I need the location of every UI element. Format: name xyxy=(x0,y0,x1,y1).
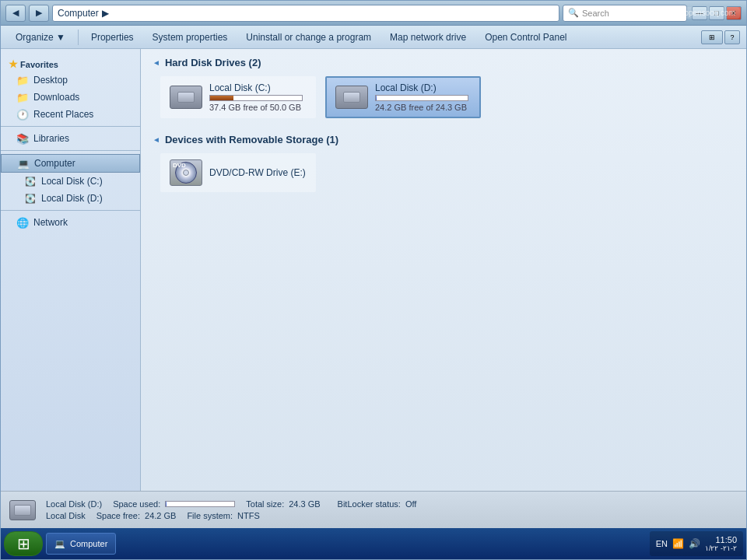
status-bitlocker-value: Off xyxy=(405,499,416,509)
sidebar-item-network[interactable]: 🌐 Network xyxy=(1,214,140,231)
sidebar-item-computer[interactable]: 💻 Computer xyxy=(1,154,140,173)
toolbar: Organize ▼ Properties System properties … xyxy=(1,26,746,49)
drive-d-name: Local Disk (D:) xyxy=(375,82,468,93)
view-options-button[interactable]: ⊞ xyxy=(701,30,723,44)
tray-volume-icon: 🔊 xyxy=(689,538,700,549)
maximize-button[interactable]: □ xyxy=(709,6,724,20)
start-button[interactable]: ⊞ xyxy=(4,531,43,556)
main-window: ◀ ▶ Computer ▶ 🔍 Search — □ ✕ Organize ▼… xyxy=(0,0,747,560)
drive-c-progress-fill xyxy=(210,96,233,100)
taskbar-comp-icon: 💻 xyxy=(54,539,65,549)
recent-places-icon: 🕐 xyxy=(16,108,29,121)
sidebar-divider-1 xyxy=(1,126,140,127)
sidebar-network-section: 🌐 Network xyxy=(1,214,140,231)
uninstall-button[interactable]: Uninstall or change a program xyxy=(237,28,380,47)
drive-c-item[interactable]: Local Disk (C:) 37.4 GB free of 50.0 GB xyxy=(160,76,316,118)
dvd-shape: DVD xyxy=(170,159,202,186)
dvd-drive-name: DVD/CD-RW Drive (E:) xyxy=(209,167,306,178)
removable-title-text: Devices with Removable Storage (1) xyxy=(165,134,338,145)
status-progress-fill xyxy=(166,502,167,506)
breadcrumb[interactable]: Computer ▶ xyxy=(52,5,559,22)
drive-d-info: Local Disk (D:) 24.2 GB free of 24.3 GB xyxy=(375,82,468,112)
forward-button[interactable]: ▶ xyxy=(29,5,49,22)
status-details: Local Disk (D:) Space used: Total size: … xyxy=(46,499,738,520)
sidebar-favorites-header[interactable]: ★ Favorites xyxy=(1,55,140,72)
map-network-button[interactable]: Map network drive xyxy=(381,28,475,47)
status-drive-type: Local Disk xyxy=(46,511,86,520)
control-panel-button[interactable]: Open Control Panel xyxy=(476,28,575,47)
drive-c-info: Local Disk (C:) 37.4 GB free of 50.0 GB xyxy=(209,82,303,112)
local-disk-c-icon: 💽 xyxy=(24,175,37,187)
search-icon: 🔍 xyxy=(568,8,579,18)
sidebar-item-downloads[interactable]: 📁 Downloads xyxy=(1,89,140,106)
sidebar-item-local-disk-c[interactable]: 💽 Local Disk (C:) xyxy=(1,173,140,190)
main-area: ★ Favorites 📁 Desktop 📁 Downloads 🕐 Rece… xyxy=(1,49,746,491)
windows-logo-icon: ⊞ xyxy=(17,534,30,553)
sidebar-item-local-disk-d[interactable]: 💽 Local Disk (D:) xyxy=(1,190,140,207)
status-drive-name: Local Disk (D:) xyxy=(46,499,102,509)
sidebar-divider-2 xyxy=(1,150,140,151)
status-space-used-label: Space used: xyxy=(113,499,160,509)
taskbar: ⊞ 💻 Computer EN 📶 🔊 11:50 ٢-٢١- ١/٢٢ xyxy=(1,528,746,559)
dvd-label-text: DVD xyxy=(173,162,186,169)
search-bar[interactable]: 🔍 Search xyxy=(563,5,687,22)
drive-d-space: 24.2 GB free of 24.3 GB xyxy=(375,103,468,112)
taskbar-window-label: Computer xyxy=(70,539,107,548)
status-hdd-shape xyxy=(9,500,36,520)
local-disk-d-label: Local Disk (D:) xyxy=(41,193,103,204)
title-bar: ◀ ▶ Computer ▶ 🔍 Search — □ ✕ xyxy=(1,1,746,26)
dvd-drive-item[interactable]: DVD DVD/CD-RW Drive (E:) xyxy=(160,153,316,192)
drive-d-hdd-shape xyxy=(335,86,368,109)
sidebar-item-desktop[interactable]: 📁 Desktop xyxy=(1,72,140,89)
window-controls: — □ ✕ xyxy=(692,6,742,20)
properties-button[interactable]: Properties xyxy=(82,28,142,47)
system-properties-button[interactable]: System properties xyxy=(144,28,237,47)
content-area: Hard Disk Drives (2) Local Disk (C:) 37.… xyxy=(141,49,746,491)
hard-disk-title-text: Hard Disk Drives (2) xyxy=(165,57,261,68)
minimize-button[interactable]: — xyxy=(692,6,707,20)
sidebar-computer-section: 💻 Computer 💽 Local Disk (C:) 💽 Local Dis… xyxy=(1,154,140,207)
sidebar-item-libraries[interactable]: 📚 Libraries xyxy=(1,130,140,147)
title-bar-left: ◀ ▶ Computer ▶ 🔍 Search xyxy=(5,5,687,22)
status-drive-icon xyxy=(9,496,37,524)
downloads-folder-icon: 📁 xyxy=(16,91,29,103)
hard-disk-section-title: Hard Disk Drives (2) xyxy=(153,57,735,68)
tray-date: ٢-٢١- ١/٢٢ xyxy=(705,544,737,552)
drive-d-item[interactable]: Local Disk (D:) 24.2 GB free of 24.3 GB xyxy=(325,76,481,118)
status-row-1: Local Disk (D:) Space used: Total size: … xyxy=(46,499,738,509)
computer-label: Computer xyxy=(34,158,75,169)
downloads-label: Downloads xyxy=(33,92,79,103)
drives-grid: Local Disk (C:) 37.4 GB free of 50.0 GB … xyxy=(153,76,735,118)
removable-section-title: Devices with Removable Storage (1) xyxy=(153,134,735,145)
drive-c-name: Local Disk (C:) xyxy=(209,82,303,93)
network-icon: 🌐 xyxy=(16,216,29,229)
sidebar-libraries-section: 📚 Libraries xyxy=(1,130,140,147)
status-total-size-value: 24.3 GB xyxy=(289,499,320,509)
libraries-label: Libraries xyxy=(33,133,69,144)
tray-time-block: 11:50 ٢-٢١- ١/٢٢ xyxy=(705,535,737,552)
drive-c-hdd-shape xyxy=(170,86,202,109)
system-tray: EN 📶 🔊 11:50 ٢-٢١- ١/٢٢ xyxy=(650,531,743,556)
sidebar-divider-3 xyxy=(1,210,140,211)
back-button[interactable]: ◀ xyxy=(5,5,26,22)
breadcrumb-computer: Computer xyxy=(58,8,99,19)
status-bar: Local Disk (D:) Space used: Total size: … xyxy=(1,491,746,528)
tray-time: 11:50 xyxy=(705,535,737,544)
taskbar-window-computer[interactable]: 💻 Computer xyxy=(46,533,116,555)
search-placeholder: Search xyxy=(582,9,609,18)
drive-c-icon xyxy=(169,83,203,111)
dvd-drive-info: DVD/CD-RW Drive (E:) xyxy=(209,167,306,178)
close-button[interactable]: ✕ xyxy=(726,6,742,20)
organize-button[interactable]: Organize ▼ xyxy=(7,28,74,47)
status-bitlocker-label: BitLocker status: xyxy=(338,499,401,509)
removable-grid: DVD DVD/CD-RW Drive (E:) xyxy=(153,153,735,192)
computer-icon: 💻 xyxy=(17,157,30,170)
favorites-star-icon: ★ xyxy=(9,58,18,70)
status-space-free-value: 24.2 GB xyxy=(145,511,176,520)
help-button[interactable]: ? xyxy=(724,30,740,44)
recent-places-label: Recent Places xyxy=(33,109,93,120)
sidebar-item-recent-places[interactable]: 🕐 Recent Places xyxy=(1,106,140,123)
tray-lang: EN xyxy=(656,539,668,548)
status-filesystem-value: NTFS xyxy=(237,511,260,520)
libraries-icon: 📚 xyxy=(16,132,29,145)
